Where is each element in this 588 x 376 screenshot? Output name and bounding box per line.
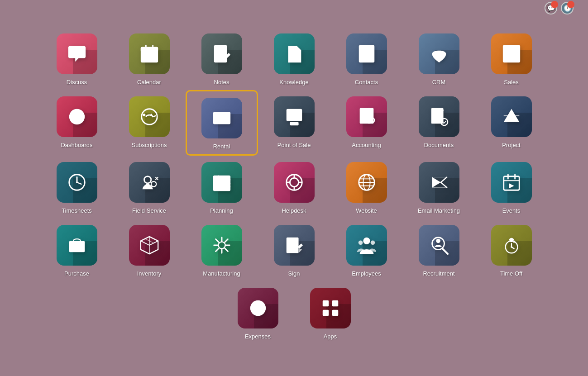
website-label: Website — [356, 207, 377, 214]
app-item-email-marketing[interactable]: Email Marketing — [403, 156, 475, 219]
app-item-rental[interactable]: Rental — [186, 90, 258, 156]
chat-badge[interactable]: 💬 — [545, 2, 557, 14]
apps-icon — [310, 288, 351, 328]
svg-point-51 — [76, 181, 78, 183]
svg-rect-1 — [140, 47, 158, 52]
app-item-contacts[interactable]: Contacts — [330, 27, 403, 90]
svg-point-94 — [436, 239, 440, 243]
timesheets-icon — [57, 162, 97, 203]
app-item-knowledge[interactable]: Knowledge — [258, 27, 330, 90]
email-marketing-label: Email Marketing — [418, 207, 460, 214]
svg-rect-8 — [148, 58, 151, 61]
events-label: Events — [502, 207, 521, 214]
app-item-planning[interactable]: Planning — [186, 156, 258, 219]
svg-point-96 — [511, 246, 512, 248]
svg-rect-4 — [143, 54, 146, 57]
app-item-dashboards[interactable]: Dashboards — [41, 90, 113, 156]
field-service-label: Field Service — [132, 207, 166, 214]
svg-point-90 — [358, 240, 363, 245]
svg-point-20 — [76, 115, 78, 118]
svg-marker-73 — [432, 177, 440, 188]
point-of-sale-label: Point of Sale — [277, 142, 311, 148]
svg-rect-102 — [332, 300, 338, 306]
app-item-calendar[interactable]: Calendar — [113, 27, 186, 90]
recruitment-icon — [419, 225, 459, 266]
app-item-employees[interactable]: Employees — [330, 219, 403, 281]
website-icon — [346, 162, 387, 203]
app-item-discuss[interactable]: Discuss — [41, 27, 113, 90]
svg-rect-33 — [290, 122, 298, 126]
svg-point-47 — [510, 114, 513, 118]
field-service-icon — [129, 162, 170, 203]
accounting-icon — [346, 96, 387, 137]
documents-label: Documents — [424, 142, 454, 148]
rental-label: Rental — [213, 143, 230, 150]
timesheets-label: Timesheets — [62, 207, 92, 214]
purchase-icon — [57, 225, 97, 266]
app-item-events[interactable]: Events — [475, 156, 548, 219]
project-label: Project — [502, 142, 520, 148]
app-grid: DiscussCalendarNotesKnowledgeContactsCRM… — [0, 18, 588, 376]
svg-rect-26 — [215, 119, 220, 121]
project-icon — [491, 96, 532, 137]
svg-rect-18 — [502, 45, 520, 62]
app-item-apps[interactable]: Apps — [294, 281, 367, 344]
app-item-website[interactable]: Website — [330, 156, 403, 219]
svg-text:$: $ — [255, 302, 261, 313]
sales-icon — [491, 33, 532, 74]
inventory-icon — [129, 225, 170, 266]
app-item-sales[interactable]: Sales — [475, 27, 548, 90]
rental-icon — [201, 98, 242, 138]
svg-point-53 — [151, 181, 156, 187]
app-item-manufacturing[interactable]: Manufacturing — [186, 219, 258, 281]
helpdesk-icon — [274, 162, 315, 203]
accounting-label: Accounting — [352, 142, 381, 148]
svg-rect-103 — [322, 310, 328, 316]
contacts-icon — [346, 33, 387, 74]
calendar-label: Calendar — [137, 79, 161, 86]
svg-point-98 — [512, 240, 515, 243]
documents-icon — [419, 96, 459, 137]
time-off-icon — [491, 225, 532, 266]
dashboards-icon — [57, 96, 97, 137]
app-item-time-off[interactable]: Time Off — [475, 219, 548, 281]
planning-label: Planning — [210, 207, 233, 214]
app-item-accounting[interactable]: Accounting — [330, 90, 403, 156]
app-item-recruitment[interactable]: Recruitment — [403, 219, 475, 281]
apps-label: Apps — [324, 333, 337, 340]
crm-icon — [419, 33, 459, 74]
app-item-subscriptions[interactable]: Subscriptions — [113, 90, 186, 156]
planning-icon — [201, 162, 242, 203]
app-item-purchase[interactable]: Purchase — [41, 219, 113, 281]
app-item-notes[interactable]: Notes — [186, 27, 258, 90]
inventory-label: Inventory — [137, 270, 161, 277]
app-item-field-service[interactable]: Field Service — [113, 156, 186, 219]
employees-icon — [346, 225, 387, 266]
app-item-helpdesk[interactable]: Helpdesk — [258, 156, 330, 219]
app-item-timesheets[interactable]: Timesheets — [41, 156, 113, 219]
svg-rect-86 — [286, 238, 298, 253]
events-icon — [491, 162, 532, 203]
app-item-project[interactable]: Project — [475, 90, 548, 156]
app-item-expenses[interactable]: $Expenses — [222, 281, 294, 344]
svg-marker-80 — [509, 183, 514, 189]
app-item-crm[interactable]: CRM — [403, 27, 475, 90]
svg-line-93 — [442, 249, 448, 254]
app-item-sign[interactable]: Sign — [258, 219, 330, 281]
svg-rect-35 — [367, 108, 373, 124]
contacts-label: Contacts — [355, 79, 378, 86]
svg-rect-104 — [332, 310, 338, 316]
app-item-point-of-sale[interactable]: Point of Sale — [258, 90, 330, 156]
knowledge-label: Knowledge — [279, 79, 308, 86]
notes-icon — [201, 33, 242, 74]
sign-label: Sign — [288, 270, 300, 277]
svg-rect-7 — [143, 58, 146, 61]
app-item-inventory[interactable]: Inventory — [113, 219, 186, 281]
clock-badge[interactable]: 🕐 — [561, 2, 574, 14]
app-item-documents[interactable]: Documents — [403, 90, 475, 156]
svg-rect-5 — [148, 54, 151, 57]
svg-point-91 — [370, 240, 375, 245]
svg-point-52 — [144, 176, 151, 183]
recruitment-label: Recruitment — [423, 270, 454, 277]
svg-rect-101 — [322, 300, 328, 306]
